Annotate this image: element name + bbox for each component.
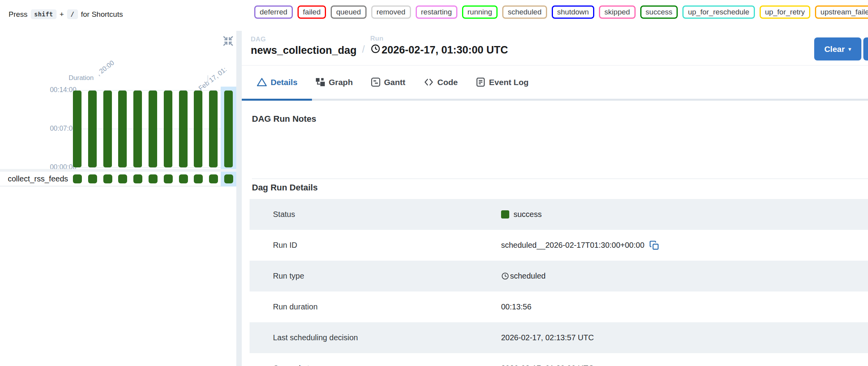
task-instance-success-11[interactable] — [224, 174, 233, 183]
shift-key: shift — [31, 9, 57, 19]
gantt-icon — [371, 77, 381, 87]
run-duration-bar-3[interactable] — [103, 91, 112, 167]
last-scheduling-value: 2026-02-17, 02:13:57 UTC — [501, 333, 594, 342]
clock-icon — [370, 44, 381, 57]
table-row-run-duration: Run duration 00:13:56 — [250, 291, 868, 322]
table-row-run-type: Run type scheduled — [250, 261, 868, 291]
dag-run-notes-heading: DAG Run Notes — [252, 114, 316, 124]
caret-down-icon: ▾ — [848, 46, 851, 53]
table-row-run-id: Run ID scheduled__2026-02-17T01:30:00+00… — [250, 230, 868, 261]
queued-at-value: 2026-02-17, 01:30:00 UTC — [501, 364, 594, 366]
warning-icon — [257, 77, 267, 87]
dag-name[interactable]: news_collection_dag — [251, 44, 357, 57]
run-id-value: scheduled__2026-02-17T01:30:00+00:00 — [501, 241, 645, 250]
tab-code[interactable]: Code — [423, 77, 458, 87]
legend-badge-scheduled[interactable]: scheduled — [502, 5, 547, 19]
slash-key: / — [67, 9, 78, 19]
dag-run-details-table: Status success Run ID scheduled__2026-02… — [250, 199, 868, 366]
duration-axis-label: Duration — [69, 74, 94, 82]
collapse-panel-icon[interactable] — [222, 35, 234, 47]
dag-breadcrumb-label: DAG — [251, 36, 357, 43]
run-duration-bar-8[interactable] — [179, 91, 188, 167]
tab-bar: Details Graph Gantt — [242, 66, 868, 101]
run-duration-bar-7[interactable] — [164, 91, 172, 167]
x-axis-tick-mark — [207, 75, 208, 83]
tab-event-log[interactable]: Event Log — [476, 77, 529, 87]
run-duration-bar-9[interactable] — [194, 91, 202, 167]
clock-icon — [501, 272, 509, 280]
breadcrumb-separator: / — [362, 44, 365, 57]
run-duration-bar-1[interactable] — [73, 91, 81, 167]
task-instance-success-8[interactable] — [179, 174, 188, 183]
legend-badge-skipped[interactable]: skipped — [599, 5, 636, 19]
run-duration-bar-10[interactable] — [209, 91, 218, 167]
legend-badge-up_for_retry[interactable]: up_for_retry — [760, 5, 810, 19]
task-instance-success-9[interactable] — [194, 174, 203, 183]
status-success-swatch — [501, 210, 509, 219]
legend-badge-failed[interactable]: failed — [298, 5, 326, 19]
run-duration-bar-5[interactable] — [133, 91, 142, 167]
run-duration-bar-2[interactable] — [88, 91, 97, 167]
code-icon — [423, 77, 434, 87]
task-instance-success-7[interactable] — [164, 174, 173, 183]
task-instance-success-4[interactable] — [118, 174, 127, 183]
tab-graph[interactable]: Graph — [315, 77, 353, 87]
y-tick-07: 00:07:00 — [39, 124, 76, 133]
clear-button[interactable]: Clear ▾ — [814, 37, 861, 60]
run-details-panel: DAG news_collection_dag / Run 2026-02-17… — [242, 31, 868, 366]
run-time-value: 2026-02-17, 01:30:00 UTC — [370, 44, 508, 57]
run-duration-bar-11[interactable] — [224, 91, 233, 167]
legend-badge-queued[interactable]: queued — [331, 5, 366, 19]
legend-badge-restarting[interactable]: restarting — [416, 5, 457, 19]
legend-badge-running[interactable]: running — [462, 5, 498, 19]
run-breadcrumb-label: Run — [370, 35, 508, 43]
duration-bar-chart — [73, 90, 236, 167]
run-type-value: scheduled — [510, 272, 546, 281]
status-value: success — [514, 210, 542, 219]
table-row-last-scheduling: Last scheduling decision 2026-02-17, 02:… — [250, 322, 868, 353]
shortcuts-prefix: Press — [9, 10, 28, 19]
state-legend: deferredfailedqueuedremovedrestartingrun… — [254, 5, 868, 19]
table-row-status: Status success — [250, 199, 868, 230]
task-instance-success-10[interactable] — [209, 174, 218, 183]
plus-sign: + — [60, 10, 64, 19]
grid-header-separator — [0, 169, 236, 172]
run-duration-bar-6[interactable] — [149, 91, 157, 167]
task-instance-success-3[interactable] — [103, 174, 112, 183]
y-tick-14: 00:14:00 — [39, 86, 76, 94]
table-row-queued-at: Queued at 2026-02-17, 01:30:00 UTC — [250, 353, 868, 366]
mark-state-button-clipped[interactable] — [863, 37, 868, 60]
task-instance-success-1[interactable] — [73, 174, 82, 183]
notes-divider — [252, 178, 868, 179]
legend-badge-deferred[interactable]: deferred — [254, 5, 293, 19]
legend-badge-shutdown[interactable]: shutdown — [552, 5, 594, 19]
panel-resize-handle[interactable] — [236, 31, 242, 366]
legend-badge-success[interactable]: success — [640, 5, 678, 19]
run-duration-value: 00:13:56 — [501, 302, 531, 311]
x-tick-label-first: , 20:00 — [95, 59, 116, 78]
dag-run-details-heading: Dag Run Details — [252, 183, 318, 193]
top-bar: Press shift + / for Shortcuts deferredfa… — [0, 0, 868, 31]
task-name-link[interactable]: collect_rss_feeds — [8, 174, 68, 183]
tab-gantt[interactable]: Gantt — [371, 77, 406, 87]
tab-details[interactable]: Details — [257, 77, 298, 87]
active-tab-indicator — [242, 99, 312, 101]
shortcuts-hint: Press shift + / for Shortcuts — [9, 9, 123, 19]
task-instance-success-5[interactable] — [133, 174, 142, 183]
copy-icon[interactable] — [649, 240, 659, 251]
legend-badge-up_for_reschedule[interactable]: up_for_reschedule — [682, 5, 755, 19]
graph-icon — [315, 77, 325, 87]
shortcuts-suffix: for Shortcuts — [81, 10, 123, 19]
task-instance-success-2[interactable] — [88, 174, 97, 183]
log-icon — [476, 77, 485, 87]
legend-badge-removed[interactable]: removed — [371, 5, 411, 19]
breadcrumb: DAG news_collection_dag / Run 2026-02-17… — [251, 35, 508, 57]
run-duration-bar-4[interactable] — [118, 91, 127, 167]
gridline-bottom — [80, 167, 236, 168]
legend-badge-upstream_failed[interactable]: upstream_failed — [815, 5, 868, 19]
task-instance-success-6[interactable] — [149, 174, 158, 183]
run-header: DAG news_collection_dag / Run 2026-02-17… — [242, 31, 868, 66]
grid-panel: Duration , 20:00 Feb 17, 01: 00:14:00 00… — [0, 31, 236, 366]
